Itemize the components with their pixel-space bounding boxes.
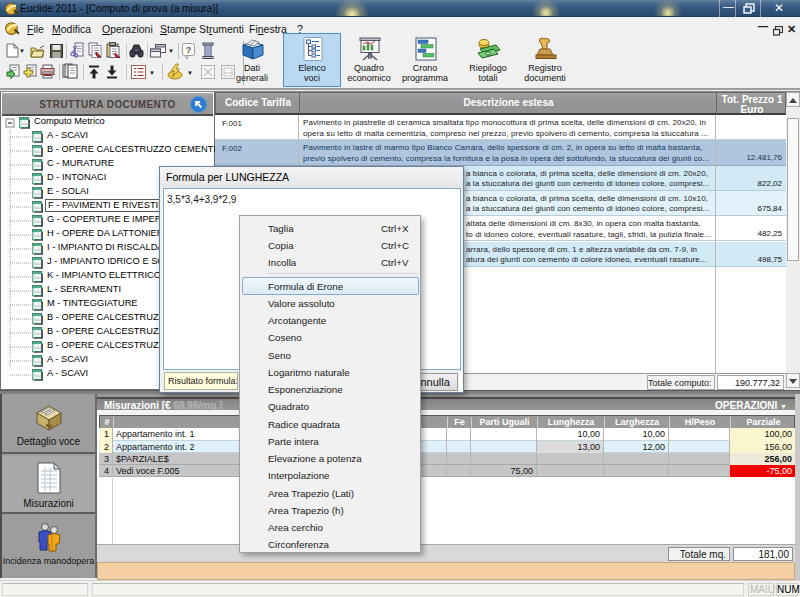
svg-text:?: ? <box>186 45 192 55</box>
